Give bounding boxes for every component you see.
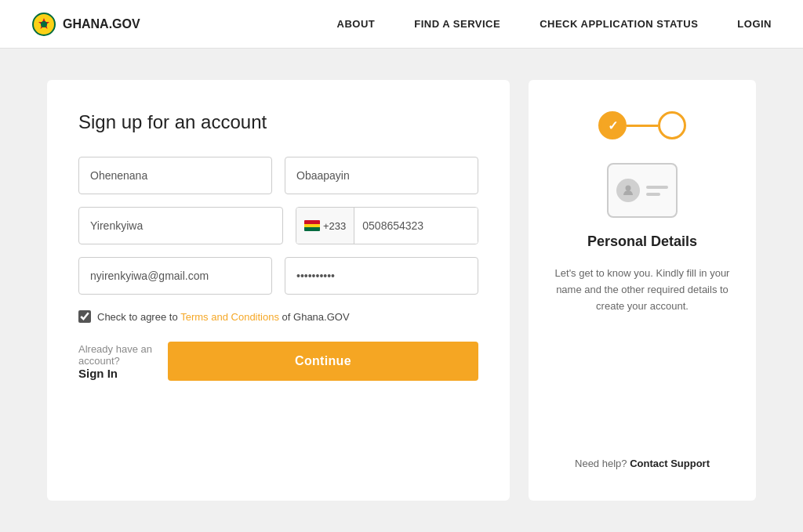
main-content: Sign up for an account +233 (0, 49, 803, 532)
steps-indicator: ✓ (598, 111, 686, 139)
step-2-circle (658, 111, 686, 139)
form-actions: Already have an account? Sign In Continu… (78, 342, 478, 381)
step-1-circle: ✓ (598, 111, 627, 139)
side-card-description: Let's get to know you. Kindly fill in yo… (552, 266, 732, 314)
id-card-icon (607, 163, 678, 218)
already-text-1: Already have an (78, 343, 152, 355)
phone-input[interactable] (354, 208, 478, 244)
svg-point-3 (626, 186, 631, 191)
nav-links: ABOUT FIND A SERVICE CHECK APPLICATION S… (337, 18, 772, 30)
terms-label: Check to agree to Terms and Conditions o… (97, 311, 350, 323)
step-1-check-icon: ✓ (608, 118, 618, 133)
nav-find-service[interactable]: FIND A SERVICE (414, 18, 500, 30)
continue-button[interactable]: Continue (168, 342, 478, 381)
already-text-2: account? (78, 355, 120, 367)
help-text: Need help? Contact Support (575, 458, 710, 469)
username-phone-row: +233 (78, 207, 478, 244)
contact-support-link[interactable]: Contact Support (630, 458, 710, 469)
nav-check-status[interactable]: CHECK APPLICATION STATUS (540, 18, 698, 30)
ghana-flag-icon (304, 220, 320, 231)
step-line (627, 125, 658, 127)
navbar: GHANA.GOV ABOUT FIND A SERVICE CHECK APP… (0, 0, 803, 49)
id-lines (646, 186, 668, 196)
form-title: Sign up for an account (78, 111, 478, 133)
phone-group: +233 (296, 207, 478, 244)
first-name-input[interactable] (78, 157, 272, 194)
signup-form-card: Sign up for an account +233 (47, 80, 510, 501)
email-input[interactable] (78, 257, 272, 295)
username-input[interactable] (78, 207, 283, 244)
password-input[interactable] (285, 257, 478, 295)
sign-in-link[interactable]: Sign In (78, 367, 118, 380)
id-card-inner (616, 179, 668, 202)
logo[interactable]: GHANA.GOV (31, 12, 140, 37)
terms-checkbox[interactable] (78, 310, 91, 323)
id-avatar-icon (616, 179, 640, 202)
svg-point-2 (41, 21, 47, 27)
logo-text: GHANA.GOV (63, 17, 140, 31)
last-name-input[interactable] (285, 157, 478, 194)
side-card-title: Personal Details (587, 233, 697, 250)
id-line-2 (646, 193, 660, 196)
phone-prefix: +233 (296, 208, 354, 244)
person-icon (622, 184, 634, 197)
nav-about[interactable]: ABOUT (337, 18, 376, 30)
terms-link[interactable]: Terms and Conditions (180, 311, 279, 323)
name-row (78, 157, 478, 194)
id-line-1 (646, 186, 668, 189)
terms-row: Check to agree to Terms and Conditions o… (78, 310, 478, 323)
email-password-row (78, 257, 478, 295)
phone-code: +233 (323, 220, 346, 232)
sign-in-group: Already have an account? Sign In (78, 343, 152, 380)
nav-login[interactable]: LOGIN (737, 18, 772, 30)
ghana-gov-logo-icon (31, 12, 56, 37)
side-card: ✓ Personal Details Let (529, 80, 756, 501)
